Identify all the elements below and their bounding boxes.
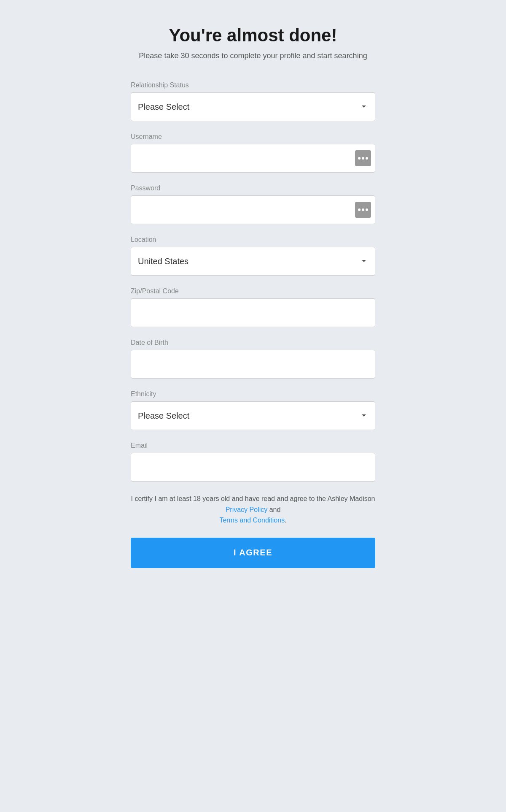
relationship-status-select[interactable]: Please Select Single Married Separated D… [131,92,375,121]
dob-label: Date of Birth [131,339,375,346]
zip-group: Zip/Postal Code [131,287,375,327]
zip-label: Zip/Postal Code [131,287,375,295]
password-input[interactable] [131,195,375,224]
username-input-wrapper [131,144,375,173]
agree-button[interactable]: I AGREE [131,538,375,568]
location-select[interactable]: United States Canada United Kingdom Aust… [131,247,375,276]
location-group: Location United States Canada United Kin… [131,236,375,276]
password-dots-icon[interactable] [355,202,371,218]
page-subtitle: Please take 30 seconds to complete your … [139,51,367,60]
username-label: Username [131,133,375,141]
username-group: Username [131,133,375,173]
location-label: Location [131,236,375,244]
ethnicity-label: Ethnicity [131,390,375,398]
page-title: You're almost done! [169,25,337,46]
email-label: Email [131,442,375,449]
dob-group: Date of Birth [131,339,375,379]
privacy-policy-link[interactable]: Privacy Policy [226,506,268,513]
username-dots-icon[interactable] [355,150,371,166]
password-group: Password [131,184,375,224]
page-container: You're almost done! Please take 30 secon… [72,25,434,787]
dob-input[interactable] [131,350,375,379]
ethnicity-select[interactable]: Please Select Asian Black/African Hispan… [131,401,375,430]
password-input-wrapper [131,195,375,224]
certify-text: I certify I am at least 18 years old and… [131,493,375,526]
username-input[interactable] [131,144,375,173]
email-group: Email [131,442,375,482]
password-label: Password [131,184,375,192]
relationship-status-label: Relationship Status [131,81,375,89]
email-input[interactable] [131,453,375,482]
ethnicity-group: Ethnicity Please Select Asian Black/Afri… [131,390,375,430]
relationship-status-group: Relationship Status Please Select Single… [131,81,375,121]
terms-link[interactable]: Terms and Conditions [219,517,285,524]
zip-input[interactable] [131,298,375,327]
form-container: Relationship Status Please Select Single… [131,81,375,568]
